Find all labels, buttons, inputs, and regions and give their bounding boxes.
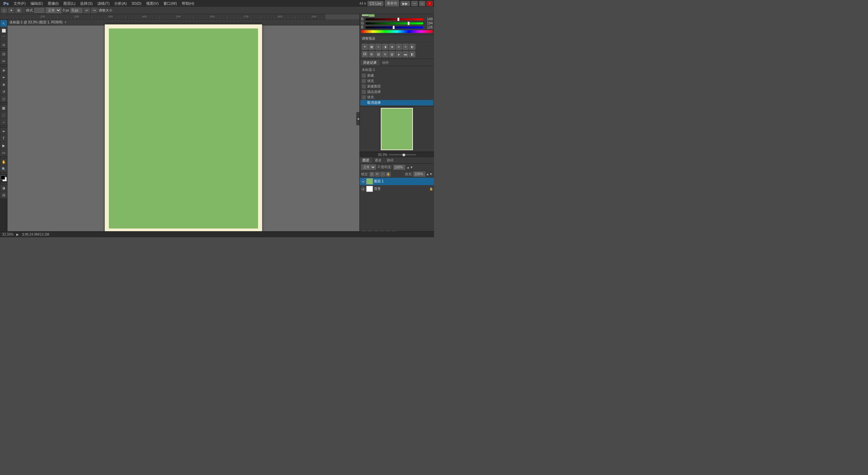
zoom-slider-thumb[interactable] [402,154,405,156]
zoom-tool[interactable]: 🔍 [0,165,7,172]
adj-hsl[interactable]: ⊙ [396,44,402,50]
tab-paths[interactable]: 路径 [384,157,396,163]
workspace-button[interactable]: 基本功 [385,0,399,6]
type-tool[interactable]: T [0,135,7,142]
move-tool[interactable]: ↖ [0,20,7,27]
crop-tool[interactable]: ⊡ [0,51,7,57]
history-item-2[interactable]: 新建图层 [360,84,433,89]
style-input[interactable] [34,8,44,13]
r-thumb[interactable] [397,18,399,21]
menu-image[interactable]: 图像(I) [46,1,61,6]
cs-live-button[interactable]: CS Live [368,1,383,6]
adj-curves[interactable]: ∿ [375,44,381,50]
healing-tool[interactable]: ⊕ [0,67,7,74]
pen-tool[interactable]: ✒ [0,128,7,135]
tab-layers[interactable]: 图层 [360,157,372,163]
lock-move[interactable]: ↔ [380,172,385,177]
opacity-input[interactable]: 100% [393,165,405,170]
fill-input[interactable]: 100% [413,172,425,177]
mode-select[interactable]: 正常 溶解 [46,7,61,13]
right-panel-arrow[interactable]: ◀ [356,112,359,125]
history-item-3[interactable]: 描边选择 [360,89,433,95]
marquee-tool[interactable]: ⬜ [0,27,7,34]
arrange-button[interactable]: ▶▶ [400,1,410,6]
adj-brightness[interactable]: ☀ [362,44,368,50]
menu-analysis[interactable]: 分析(A) [112,1,129,6]
tab-channels[interactable]: 通道 [372,157,384,163]
history-item-5[interactable]: 取消选择 [360,100,433,105]
minimize-button[interactable]: ─ [411,1,418,6]
adj-threshold[interactable]: ▲ [396,51,402,57]
menu-file[interactable]: 文件(F) [12,1,28,6]
adj-colorlookup[interactable]: ▤ [375,51,381,57]
tool-options-btn1[interactable]: □ [1,8,7,13]
dodge-tool[interactable]: ○ [0,119,7,125]
shape-tool[interactable]: ▭ [0,149,7,156]
adj-bw[interactable]: ◐ [409,44,415,50]
opacity-arrow[interactable]: ▲▼ [407,165,413,169]
zoom-slider[interactable] [389,154,416,155]
layer-eye-0[interactable]: ● [361,179,365,183]
canvas-tab-close[interactable]: × [64,20,66,24]
gradient-tool[interactable]: ▦ [0,104,7,111]
opacity-input[interactable] [71,8,82,13]
fg-bg-color[interactable] [1,175,7,181]
adj-colorbalance[interactable]: ≡ [402,44,409,50]
menu-3d[interactable]: 3D(D) [130,1,143,5]
quick-select-tool[interactable]: ⊙ [0,41,7,48]
fill-arrow[interactable]: ▲▼ [426,172,433,176]
menu-view[interactable]: 视图(V) [144,1,161,6]
screen-mode-btn[interactable]: ⊟ [0,192,7,198]
eyedropper-tool[interactable]: ✏ [0,58,7,64]
blend-mode-select[interactable]: 正常 [361,164,376,170]
blur-tool[interactable]: ◌ [0,112,7,118]
b-thumb[interactable] [393,26,395,29]
options-action-btn1[interactable]: ↩ [84,8,90,13]
history-brush-tool[interactable]: ↺ [0,88,7,95]
tab-history[interactable]: 历史记录 [360,60,379,66]
adj-photofilter[interactable]: 🎞 [362,51,368,57]
g-slider[interactable] [366,22,423,24]
adj-exposure[interactable]: ◑ [382,44,388,50]
menu-filter[interactable]: 滤镜(T) [95,1,112,6]
adj-selectivecolor[interactable]: ◧ [409,51,415,57]
r-slider[interactable] [366,18,423,20]
fg-color[interactable] [1,175,5,180]
adj-levels[interactable]: ▦ [369,44,375,50]
adj-invert[interactable]: ⊘ [382,51,388,57]
status-arrow[interactable]: ▶ [16,233,19,236]
lock-transparent[interactable]: ◫ [370,172,374,177]
adj-posterize[interactable]: ▥ [389,51,395,57]
b-slider[interactable] [366,26,423,28]
options-action-btn2[interactable]: ↪ [91,8,97,13]
color-spectrum[interactable] [361,30,433,33]
tab-actions[interactable]: 动作 [379,60,392,66]
quick-mask-btn[interactable]: ◑ [0,184,7,191]
history-item-0[interactable]: 新建 [360,73,433,78]
eraser-tool[interactable]: ◻ [0,95,7,102]
menu-edit[interactable]: 编辑(E) [28,1,45,6]
tool-options-btn2[interactable]: ✦ [8,8,14,13]
layer-eye-1[interactable]: ● [361,187,365,191]
lock-all[interactable]: 🔒 [386,172,391,177]
g-thumb[interactable] [408,22,410,25]
menu-layer[interactable]: 图层(L) [61,1,77,6]
tool-options-btn3[interactable]: ⊞ [16,8,22,13]
menu-help[interactable]: 帮助(H) [180,1,196,6]
layer-row-1[interactable]: ● 背景 🔒 [360,185,434,193]
clone-stamp-tool[interactable]: ⊗ [0,81,7,88]
close-button[interactable]: × [427,1,433,6]
menu-window[interactable]: 窗口(W) [161,1,179,6]
lock-paint[interactable]: ✒ [375,172,380,177]
maximize-button[interactable]: □ [419,1,425,6]
brush-tool[interactable]: ✒ [0,74,7,81]
layer-row-0[interactable]: ● 图层 1 [360,178,434,185]
menu-select[interactable]: 选择(S) [78,1,95,6]
path-select-tool[interactable]: ▶ [0,142,7,149]
history-item-1[interactable]: 填充 [360,78,433,84]
adj-channelmix[interactable]: ⊞ [369,51,375,57]
history-item-4[interactable]: 填充 [360,95,433,100]
lasso-tool[interactable]: ⌒ [0,34,7,41]
hand-tool[interactable]: ✋ [0,158,7,165]
adj-vibrance[interactable]: ◈ [389,44,395,50]
